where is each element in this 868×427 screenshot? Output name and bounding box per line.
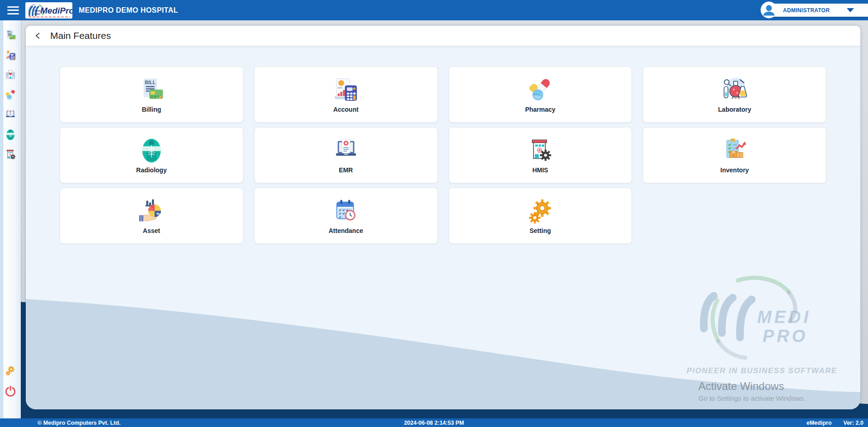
feature-card-attendance[interactable]: Attendance [254,188,438,244]
emr-icon [332,137,360,165]
feature-label: Radiology [136,166,167,174]
svg-text:MediPro: MediPro [40,6,72,15]
chevron-left-icon [34,32,42,39]
account-icon [332,76,360,104]
hmis-icon [4,148,17,161]
feature-label: Account [333,106,359,113]
feature-label: EMR [339,166,353,174]
header-bar: MEDI PRO MediPro MEDIPRO DEMO HOSPITAL A… [0,0,868,20]
radiology-icon [4,128,17,141]
laboratory-icon [721,76,749,104]
sidebar-item-logout[interactable] [0,385,21,398]
feature-card-setting[interactable]: Setting [449,188,632,244]
hospital-title: MEDIPRO DEMO HOSPITAL [79,6,178,14]
feature-label: Attendance [329,227,363,234]
asset-icon [138,197,166,225]
feature-card-asset[interactable]: Asset [60,188,243,244]
pharmacy-icon [526,76,554,104]
sidebar-item-account[interactable] [3,48,18,62]
billing-icon [4,29,17,42]
feature-card-hmis[interactable]: HMIS [449,127,632,183]
user-avatar-icon [760,1,778,19]
feature-card-pharmacy[interactable]: Pharmacy [449,66,632,123]
feature-grid: Billing Account Pharmacy Laboratory Radi… [60,66,826,244]
sidebar-item-radiology[interactable] [3,128,18,142]
sidebar-item-hmis[interactable] [3,148,18,161]
feature-label: Setting [530,227,551,234]
feature-label: Laboratory [718,106,751,113]
panel-wave [26,296,860,409]
attendance-icon [332,197,360,225]
sidebar-item-emr[interactable] [3,108,18,122]
feature-label: Pharmacy [525,106,555,113]
feature-card-emr[interactable]: EMR [254,127,438,183]
datetime-text: 2024-06-08 2:14:53 PM [404,420,464,426]
hospital-icon [4,69,17,81]
sidebar-item-billing[interactable] [3,28,18,42]
hmis-icon [526,137,554,165]
feature-label: Billing [142,106,161,113]
account-icon [4,49,17,62]
power-icon [4,385,17,398]
feature-card-radiology[interactable]: Radiology [60,127,243,183]
settings-gear-icon [4,364,17,377]
feature-card-billing[interactable]: Billing [60,66,243,123]
back-button[interactable] [31,29,45,43]
sidebar-item-settings[interactable] [0,364,21,377]
status-bar: © Medipro Computers Pvt. Ltd. 2024-06-08… [0,418,868,427]
medipro-logo: MEDI PRO MediPro [25,2,72,19]
emr-icon [4,109,17,121]
feature-label: Asset [143,227,160,234]
radiology-icon [138,137,166,165]
app-name-text: eMedipro [806,420,832,426]
app-window: MEDI PRO MediPro MEDIPRO DEMO HOSPITAL A… [0,0,868,427]
page-title: Main Features [50,30,111,41]
feature-label: Inventory [721,166,749,174]
sidebar-item-pharmacy[interactable] [3,88,18,102]
left-sidebar [0,20,21,418]
chevron-down-icon [847,8,854,12]
sidebar-item-hospital[interactable] [3,68,18,82]
feature-card-laboratory[interactable]: Laboratory [643,66,826,123]
feature-card-account[interactable]: Account [254,66,438,123]
setting-icon [526,197,554,225]
version-text: Ver: 2.0 [844,420,863,426]
page-header: Main Features [26,26,860,46]
billing-icon [138,76,166,104]
svg-text:PRO: PRO [34,13,40,15]
feature-label: HMIS [532,166,548,174]
inventory-icon [721,137,749,165]
menu-icon[interactable] [7,6,19,14]
feature-card-inventory[interactable]: Inventory [643,127,826,183]
copyright-text: © Medipro Computers Pvt. Ltd. [38,420,121,426]
main-content-panel: Main Features Billing Account Pharmacy L… [26,26,860,409]
pharmacy-icon [4,89,17,101]
user-name: ADMINISTRATOR [783,7,830,14]
user-menu[interactable]: ADMINISTRATOR [763,4,868,17]
